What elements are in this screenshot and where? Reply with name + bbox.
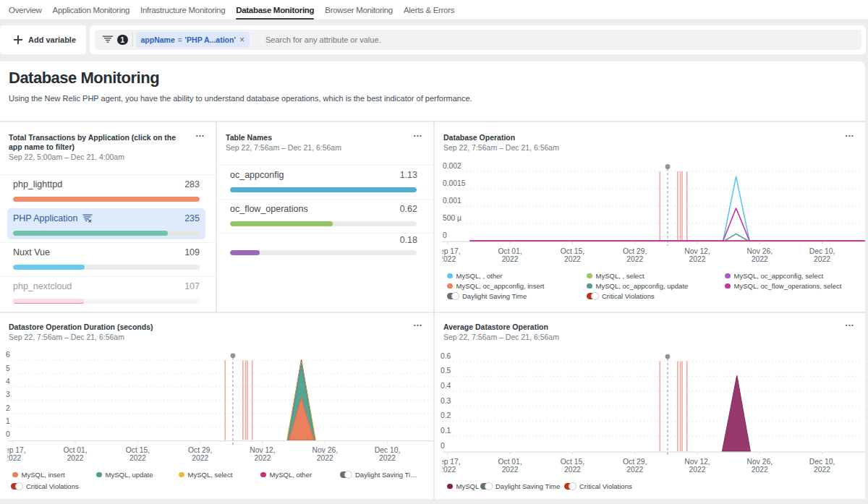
- divider: [132, 33, 133, 46]
- bar-row-nuxt-vue[interactable]: Nuxt Vue109: [0, 242, 216, 276]
- bar-row-value: 0.62: [400, 204, 417, 214]
- bar-row-php-application[interactable]: PHP Application235: [0, 208, 216, 242]
- legend-item-mysql-other[interactable]: MySQL, other: [260, 470, 312, 479]
- legend-item-mysql-select[interactable]: MySQL, , select: [587, 271, 644, 281]
- x-axis-label: Oct 15,: [561, 247, 584, 255]
- bar-row-oc-flow-operations[interactable]: oc_flow_operations0.62: [217, 199, 433, 233]
- legend-label: MySQL, , other: [456, 272, 503, 280]
- tab-alerts-errors[interactable]: Alerts & Errors: [404, 0, 454, 20]
- legend-toggle[interactable]: [564, 483, 576, 490]
- toggle-knob-icon: [344, 471, 352, 479]
- tab-application-monitoring[interactable]: Application Monitoring: [53, 0, 130, 20]
- legend-dot-icon: [725, 273, 731, 279]
- tab-overview[interactable]: Overview: [9, 0, 42, 20]
- legend-item-mysql-oc-appconfig-update[interactable]: MySQL, oc_appconfig, update: [587, 281, 688, 291]
- panel-menu-icon[interactable]: ...: [414, 320, 422, 327]
- x-axis-label: Oct 29,: [188, 446, 212, 454]
- toggle-knob-icon: [485, 482, 493, 490]
- bar-fill: [13, 197, 200, 202]
- legend-item-mysql-oc-appconfig-select[interactable]: MySQL, oc_appconfig, select: [725, 271, 823, 281]
- filter-chip-attribute: appName: [141, 35, 175, 44]
- x-axis-label: Sep 17,: [435, 458, 461, 466]
- y-axis-label: 0.3: [441, 397, 451, 405]
- y-axis-label: 0.001: [443, 197, 461, 205]
- legend-dot-icon: [260, 472, 266, 478]
- x-axis-label: 2022: [439, 466, 456, 474]
- panel-subtitle: Sep 22, 5:00am – Dec 21, 4:00am: [9, 153, 194, 162]
- toggle-knob-icon: [591, 292, 599, 300]
- time-marker-dot: [231, 353, 236, 358]
- legend-label: Critical Violations: [579, 482, 632, 490]
- legend-toggle[interactable]: [340, 471, 352, 478]
- bar-row-php-nextcloud[interactable]: php_nextcloud107: [0, 276, 216, 310]
- tab-browser-monitoring[interactable]: Browser Monitoring: [325, 0, 393, 20]
- legend-toggle[interactable]: [480, 483, 492, 490]
- x-axis-label: Oct 01,: [63, 446, 87, 454]
- x-axis-label: Sep 17,: [435, 247, 461, 255]
- x-axis-label: 2022: [129, 454, 146, 462]
- legend-item-daylight-saving-time[interactable]: Daylight Saving Time: [340, 470, 418, 479]
- plus-icon: [14, 35, 22, 44]
- tab-infrastructure-monitoring[interactable]: Infrastructure Monitoring: [140, 0, 225, 20]
- bar-row-value: 0.18: [400, 235, 417, 245]
- panel-menu-icon[interactable]: ...: [846, 320, 854, 327]
- legend-item-critical-violations[interactable]: Critical Violations: [587, 291, 655, 301]
- legend-item-critical-violations[interactable]: Critical Violations: [11, 482, 79, 491]
- legend-dot-icon: [447, 283, 453, 289]
- x-axis-label: Dec 10,: [375, 446, 401, 454]
- legend-label: Critical Violations: [602, 292, 655, 300]
- tab-database-monitoring[interactable]: Database Monitoring: [236, 0, 314, 20]
- legend-item-mysql-oc-flow-operations-select[interactable]: MySQL, oc_flow_operations, select: [725, 281, 841, 291]
- bar-row-value: 107: [184, 281, 200, 291]
- legend-toggle[interactable]: [11, 483, 22, 490]
- panel-table-names: Table Names Sep 22, 7:56am – Dec 21, 6:5…: [217, 122, 433, 312]
- x-axis-label: Oct 01,: [498, 247, 522, 255]
- x-axis-label: Nov 12,: [250, 446, 276, 454]
- x-axis-label: Oct 01,: [498, 458, 522, 466]
- legend-item-mysql-other[interactable]: MySQL, , other: [447, 271, 502, 281]
- legend-item-mysql-select[interactable]: MySQL, select: [179, 470, 232, 479]
- panel-head: Database Operation Sep 22, 7:56am – Dec …: [443, 133, 843, 153]
- panel-menu-icon[interactable]: ...: [846, 130, 854, 137]
- filter-remove-icon[interactable]: [82, 214, 93, 223]
- legend-item-daylight-saving-time[interactable]: Daylight Saving Time: [447, 291, 527, 301]
- bar-row-label: php_lighttpd: [13, 179, 62, 189]
- panel-subtitle: Sep 22, 7:56am – Dec 21, 6:56am: [226, 143, 412, 153]
- x-axis-label: 2022: [192, 454, 208, 462]
- bar-track: [230, 221, 417, 226]
- chip-remove-icon[interactable]: ×: [239, 35, 244, 44]
- toggle-knob-icon: [15, 482, 23, 490]
- add-variable-button[interactable]: Add variable: [0, 25, 86, 54]
- legend-toggle[interactable]: [587, 293, 598, 299]
- bar-fill: [13, 299, 84, 304]
- panel-menu-icon[interactable]: ...: [414, 130, 422, 137]
- search-bar[interactable]: 1 appName = 'PHP A...ation' × Search for…: [95, 30, 861, 50]
- legend-item-mysql-oc-appconfig-insert[interactable]: MySQL, oc_appconfig, insert: [447, 281, 544, 291]
- add-variable-label: Add variable: [28, 35, 76, 44]
- bar-fill: [13, 265, 85, 270]
- legend-item-mysql-update[interactable]: MySQL, update: [96, 470, 153, 479]
- x-axis-label: 2022: [689, 466, 706, 474]
- legend-item-mysql[interactable]: MySQL: [447, 482, 479, 491]
- x-axis-label: 2022: [564, 466, 581, 474]
- legend-item-daylight-saving-time[interactable]: Daylight Saving Time: [480, 482, 560, 491]
- panel-menu-icon[interactable]: ...: [196, 130, 205, 137]
- legend-item-mysql-insert[interactable]: MySQL, insert: [12, 470, 65, 479]
- x-axis-label: Nov 26,: [747, 247, 773, 255]
- legend-item-critical-violations[interactable]: Critical Violations: [564, 482, 632, 491]
- search-placeholder: Search for any attribute or value.: [265, 35, 381, 44]
- x-axis-label: 2022: [626, 255, 643, 263]
- legend-label: Daylight Saving Time: [462, 292, 527, 300]
- bar-row-php-lighttpd[interactable]: php_lighttpd283: [0, 174, 216, 208]
- bar-list: php_lighttpd283PHP Application235Nuxt Vu…: [0, 174, 216, 310]
- x-axis-label: Nov 12,: [684, 458, 710, 466]
- y-axis-label: 0.1: [441, 427, 451, 435]
- series-line: [470, 176, 865, 241]
- legend-label: MySQL, oc_appconfig, insert: [456, 282, 545, 290]
- filter-chip[interactable]: appName = 'PHP A...ation' ×: [136, 32, 250, 48]
- bar-row-oc-appconfig[interactable]: oc_appconfig1.13: [217, 165, 433, 199]
- bar-row-unnamed[interactable]: 0.18: [217, 233, 433, 267]
- content-card: Database Monitoring Using the New Relic …: [0, 61, 865, 499]
- legend-toggle[interactable]: [447, 293, 459, 299]
- bar-row-value: 1.13: [400, 170, 417, 180]
